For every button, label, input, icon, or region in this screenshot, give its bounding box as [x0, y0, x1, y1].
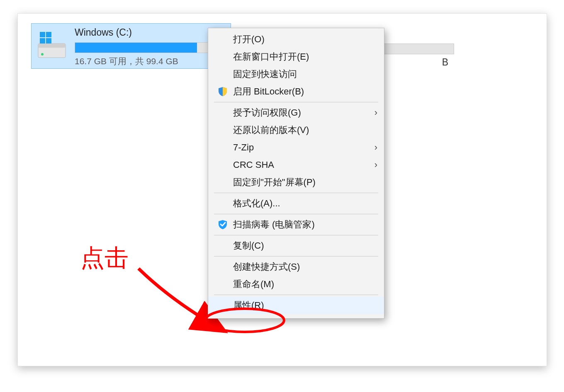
- menu-separator: [214, 256, 378, 256]
- context-menu-item-label: 属性(R): [233, 299, 377, 312]
- context-menu-item-label: 复制(C): [233, 240, 377, 252]
- drive-c-space-text: 16.7 GB 可用，共 99.4 GB: [75, 56, 231, 67]
- drive-c-capacity-fill: [75, 43, 197, 53]
- menu-separator: [214, 235, 378, 235]
- drive-icon: [36, 29, 68, 62]
- explorer-panel: Windows (C:) 16.7 GB 可用，共 99.4 GB 本地磁盘 (…: [17, 13, 547, 366]
- context-menu-item[interactable]: 固定到快速访问: [208, 65, 384, 83]
- context-menu-item[interactable]: 还原以前的版本(V): [208, 121, 384, 139]
- context-menu-item-label: 在新窗口中打开(E): [233, 51, 377, 63]
- context-menu-item[interactable]: 扫描病毒 (电脑管家): [208, 216, 384, 233]
- context-menu-item[interactable]: 创建快捷方式(S): [208, 258, 384, 276]
- svg-rect-3: [40, 32, 45, 37]
- context-menu-item-label: 固定到"开始"屏幕(P): [233, 176, 377, 189]
- menu-separator: [214, 102, 378, 102]
- context-menu-item[interactable]: 重命名(M): [208, 276, 384, 293]
- chevron-right-icon: ›: [374, 160, 377, 170]
- context-menu-item[interactable]: 在新窗口中打开(E): [208, 48, 384, 65]
- context-menu-item[interactable]: 7-Zip›: [208, 139, 384, 156]
- context-menu-item-label: 打开(O): [233, 33, 377, 46]
- context-menu-item-label: 还原以前的版本(V): [233, 124, 377, 136]
- context-menu-item-label: CRC SHA: [233, 160, 374, 170]
- svg-rect-6: [46, 38, 51, 44]
- context-menu-item[interactable]: 复制(C): [208, 237, 384, 254]
- context-menu-item-label: 启用 BitLocker(B): [233, 85, 377, 98]
- context-menu-item-label: 固定到快速访问: [233, 68, 377, 80]
- chevron-right-icon: ›: [374, 142, 377, 153]
- chevron-right-icon: ›: [374, 107, 377, 118]
- context-menu: 打开(O)在新窗口中打开(E)固定到快速访问启用 BitLocker(B)授予访…: [208, 28, 384, 319]
- context-menu-item[interactable]: 固定到"开始"屏幕(P): [208, 174, 384, 191]
- context-menu-item-label: 扫描病毒 (电脑管家): [233, 218, 377, 231]
- context-menu-item[interactable]: 打开(O): [208, 31, 384, 48]
- svg-rect-4: [46, 32, 51, 37]
- scan-icon: [216, 219, 230, 230]
- shield-icon: [216, 86, 230, 97]
- svg-rect-5: [40, 38, 45, 44]
- context-menu-item-label: 创建快捷方式(S): [233, 261, 377, 273]
- context-menu-item[interactable]: CRC SHA›: [208, 156, 384, 174]
- context-menu-item-label: 格式化(A)...: [233, 197, 377, 210]
- context-menu-item[interactable]: 启用 BitLocker(B): [208, 83, 384, 100]
- drive-c-capacity-bar: [75, 42, 222, 53]
- context-menu-item-label: 7-Zip: [233, 142, 374, 153]
- annotation-text: 点击: [80, 242, 129, 274]
- context-menu-item[interactable]: 授予访问权限(G)›: [208, 104, 384, 121]
- svg-rect-1: [38, 44, 66, 48]
- drive-c-name: Windows (C:): [75, 27, 231, 38]
- context-menu-item[interactable]: 属性(R): [208, 297, 384, 314]
- menu-separator: [214, 214, 378, 214]
- drive-c-tile[interactable]: Windows (C:) 16.7 GB 可用，共 99.4 GB: [31, 23, 231, 69]
- drive-info: Windows (C:) 16.7 GB 可用，共 99.4 GB: [75, 24, 231, 67]
- context-menu-item-label: 重命名(M): [233, 278, 377, 290]
- context-menu-item-label: 授予访问权限(G): [233, 106, 374, 119]
- menu-separator: [214, 193, 378, 193]
- menu-separator: [214, 295, 378, 295]
- svg-point-2: [41, 53, 44, 56]
- context-menu-item[interactable]: 格式化(A)...: [208, 195, 384, 212]
